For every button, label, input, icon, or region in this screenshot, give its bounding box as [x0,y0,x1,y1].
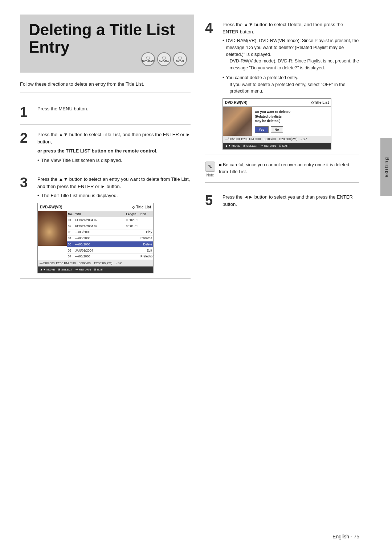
step-4-number: 4 [205,21,217,150]
table-row: 07—/00/2000Pretection [67,254,153,260]
confirm-header-right: ◇Title List [311,100,329,105]
step-3-number: 3 [20,176,32,273]
step-4-content: Press the ▲▼ button to select Delete, an… [222,21,359,150]
table-row-delete: 05—/00/2000Delete [67,241,153,248]
step-2-bold: or press the TITLE LIST button on the re… [37,147,191,155]
two-column-layout: Deleting a Title List Entry DVD-RAM DVD-… [20,15,359,279]
title-section: Deleting a Title List Entry DVD-RAM DVD-… [20,15,194,73]
dvd-ram-icon: DVD-RAM [141,52,155,66]
screen-3-info: —/00/2000 12:00 PM CH0 00/00/00 12:00:00… [38,260,153,267]
step-3: 3 Press the ▲▼ button to select an entry… [20,169,191,279]
content-area: Deleting a Title List Entry DVD-RAM DVD-… [0,0,392,293]
intro-text: Follow these directions to delete an ent… [20,81,191,93]
step-4-main: Press the ▲▼ button to select Delete, an… [222,21,359,35]
step-2-main: Press the ▲▼ button to select Title List… [37,131,191,145]
step-3-screen: DVD-RW(VR) ◇ Title List No. [37,203,154,274]
table-row: 06JAN/01/2004Edit [67,248,153,254]
side-tab: Editing [380,138,392,196]
confirm-no-button[interactable]: No [271,126,283,133]
page-number: English - 75 [332,534,359,539]
step-4-confirm-screen: DVD-RW(VR) ◇Title List Do you want to de… [222,98,331,150]
step-3-main: Press the ▲▼ button to select an entry y… [37,176,191,190]
step-4-bullets: DVD-RAM(VR), DVD-RW(VR mode): Since Play… [222,37,359,95]
dvd-r-icon: DVD-R [173,52,187,66]
confirm-buttons: Yes No [255,126,328,133]
step-5-content: Press the ◄► button to select yes and th… [222,194,359,210]
screen-3-header-left: DVD-RW(VR) [40,204,62,210]
note-icon-container: ✎ Note [205,162,215,177]
table-row: 03—/00/2000Play [67,229,153,236]
confirm-yes-button[interactable]: Yes [255,126,269,133]
step-3-content: Press the ▲▼ button to select an entry y… [37,176,191,273]
confirm-info: —/00/2000 12:00 PM CH0 00/00/00 12:00:00… [223,136,331,143]
step-1-text: Press the MENU button. [37,105,191,113]
confirm-header-left: DVD-RW(VR) [225,100,247,105]
confirm-dialog: Do you want to delete?(Related playlists… [252,107,331,136]
screen-3-header-right: ◇ Title List [132,204,151,210]
left-column: Deleting a Title List Entry DVD-RAM DVD-… [20,15,191,279]
note-box: ✎ Note ■ Be careful, since you cannot re… [205,162,359,183]
right-column: 4 Press the ▲▼ button to select Delete, … [205,15,359,279]
screen-3-header: DVD-RW(VR) ◇ Title List [38,203,153,211]
step-1-content: Press the MENU button. [37,105,191,119]
page-title: Deleting a Title List Entry [29,21,185,56]
confirm-footer: ▲▼ MOVE ⊞ SELECT ↩ RETURN ⊟ EXIT [223,143,331,149]
note-label: Note [206,173,214,177]
confirm-dialog-text: Do you want to delete?(Related playlists… [255,110,328,123]
step-5-number: 5 [205,194,217,210]
dvd-rw-icon: DVD-RW [157,52,171,66]
confirm-header: DVD-RW(VR) ◇Title List [223,99,331,107]
dvd-icons-group: DVD-RAM DVD-RW DVD-R [141,52,187,66]
step-5: 5 Press the ◄► button to select yes and … [205,187,359,215]
table-row: 02FEB/21/2004 0200:01:01 [67,223,153,229]
screen-3-thumbnail [38,211,67,246]
step-1: 1 Press the MENU button. [20,99,191,125]
step-1-number: 1 [20,105,32,119]
note-pencil-icon: ✎ [205,162,215,172]
note-text: ■ Be careful, since you cannot recover a… [219,162,359,175]
table-row: 01FEB/21/2004 0200:02:01 [67,217,153,223]
screen-3-body: No. Title Length Edit 01FEB/21/2004 0200… [38,211,153,260]
step-5-text: Press the ◄► button to select yes and th… [222,194,359,208]
step-2-bullet: The View Title List screen is displayed. [37,157,191,164]
screen-3-table: No. Title Length Edit 01FEB/21/2004 0200… [67,211,153,260]
step-2-number: 2 [20,131,32,164]
screen-3-footer: ▲▼ MOVE ⊞ SELECT ↩ RETURN ⊟ EXIT [38,266,153,273]
page-container: Editing Deleting a Title List Entry DVD-… [0,0,392,554]
step-4: 4 Press the ▲▼ button to select Delete, … [205,15,359,155]
step-3-bullet: The Edit Title List menu is displayed. [37,192,191,199]
confirm-thumbnail [223,107,252,136]
table-row: 04—/00/2000Rename [67,236,153,242]
step-4-bullet-2: You cannot delete a protected entry. If … [222,74,359,95]
step-2-content: Press the ▲▼ button to select Title List… [37,131,191,164]
step-4-bullet-1: DVD-RAM(VR), DVD-RW(VR mode): Since Play… [222,37,359,72]
screen-3-table-header: No. Title Length Edit [67,211,153,217]
confirm-body: Do you want to delete?(Related playlists… [223,107,331,136]
step-2: 2 Press the ▲▼ button to select Title Li… [20,125,191,169]
